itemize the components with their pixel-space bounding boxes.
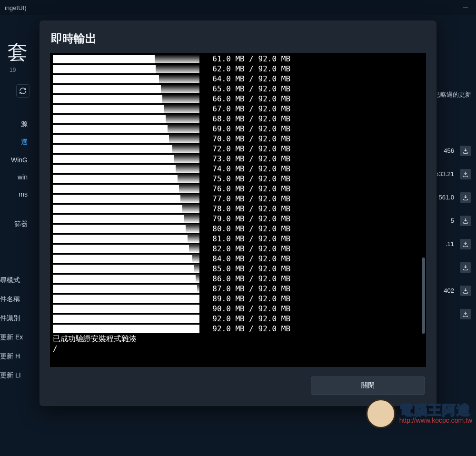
filters-header: 篩器 — [0, 215, 29, 233]
progress-line: 78.0 MB / 92.0 MB — [53, 204, 423, 214]
ignored-updates-label[interactable]: 已略過的更新 — [434, 90, 471, 99]
progress-line: 81.0 MB / 92.0 MB — [53, 234, 423, 244]
filter-label: 件識別 — [0, 314, 33, 323]
progress-line: 72.0 MB / 92.0 MB — [53, 144, 423, 154]
page-subtitle: 19 — [10, 67, 16, 73]
progress-line: 64.0 MB / 92.0 MB — [53, 74, 423, 84]
window-controls — [460, 3, 471, 12]
progress-line: 79.0 MB / 92.0 MB — [53, 214, 423, 224]
package-version: 456 — [444, 147, 454, 154]
progress-line: 89.0 MB / 92.0 MB — [53, 294, 423, 304]
dialog-title: 即時輸出 — [40, 31, 436, 53]
window-titlebar: ingetUI) — [0, 0, 476, 15]
progress-line: 62.0 MB / 92.0 MB — [53, 64, 423, 74]
sources-header: 源 — [0, 115, 29, 133]
filter-label: 更新 LI — [0, 371, 33, 380]
progress-line: 76.0 MB / 92.0 MB — [53, 184, 423, 194]
download-icon[interactable] — [460, 192, 471, 203]
page-title: 套 — [8, 39, 28, 66]
package-version: 561.0 — [438, 194, 454, 201]
filter-label: 更新 Ex — [0, 333, 33, 342]
package-version: .11 — [446, 240, 454, 248]
terminal-output[interactable]: 61.0 MB / 92.0 MB 62.0 MB / 92.0 MB 64.0… — [50, 53, 426, 367]
progress-line: 67.0 MB / 92.0 MB — [53, 104, 423, 114]
source-item[interactable]: win — [0, 169, 29, 186]
download-icon[interactable] — [460, 169, 471, 179]
progress-line: 70.0 MB / 92.0 MB — [53, 134, 423, 144]
progress-line: 87.0 MB / 92.0 MB — [53, 284, 423, 294]
progress-line: 80.0 MB / 92.0 MB — [53, 224, 423, 234]
progress-line: 92.0 MB / 92.0 MB — [53, 324, 423, 334]
download-icon[interactable] — [460, 146, 471, 156]
progress-line: 92.0 MB / 92.0 MB — [53, 314, 423, 324]
source-item[interactable]: 選 — [0, 133, 29, 151]
modal-overlay: 即時輸出 61.0 MB / 92.0 MB 62.0 MB / 92.0 MB… — [0, 15, 476, 456]
download-icon[interactable] — [460, 286, 471, 296]
download-icon[interactable] — [460, 216, 471, 226]
progress-line: 73.0 MB / 92.0 MB — [53, 154, 423, 164]
progress-line: 82.0 MB / 92.0 MB — [53, 244, 423, 254]
live-output-dialog: 即時輸出 61.0 MB / 92.0 MB 62.0 MB / 92.0 MB… — [39, 20, 437, 406]
progress-line: 66.0 MB / 92.0 MB — [53, 94, 423, 104]
progress-line: 75.0 MB / 92.0 MB — [53, 174, 423, 184]
source-item[interactable]: ms — [0, 186, 29, 203]
filter-label: 更新 H — [0, 352, 33, 361]
filter-label: 件名稱 — [0, 295, 33, 304]
download-icon[interactable] — [460, 262, 471, 273]
filter-label: 尋模式 — [0, 276, 33, 285]
download-icon[interactable] — [460, 309, 471, 319]
close-button-label: 關閉 — [361, 381, 375, 390]
package-version: 5 — [451, 217, 454, 224]
package-version: 402 — [444, 287, 454, 294]
progress-line: 85.0 MB / 92.0 MB — [53, 264, 423, 274]
filter-labels: 尋模式件名稱件識別更新 Ex更新 H更新 LI — [0, 276, 33, 380]
progress-line: 68.0 MB / 92.0 MB — [53, 114, 423, 124]
download-icon[interactable] — [460, 239, 471, 249]
progress-line: 74.0 MB / 92.0 MB — [53, 164, 423, 174]
verify-message: 已成功驗證安裝程式雜湊 — [53, 334, 423, 344]
progress-line: 69.0 MB / 92.0 MB — [53, 124, 423, 134]
source-item[interactable]: WinG — [0, 151, 29, 169]
progress-line: 61.0 MB / 92.0 MB — [53, 54, 423, 64]
close-button[interactable]: 關閉 — [311, 377, 425, 395]
progress-line: 77.0 MB / 92.0 MB — [53, 194, 423, 204]
spinner-char: / — [53, 344, 423, 354]
progress-line: 65.0 MB / 92.0 MB — [53, 84, 423, 94]
progress-line: 84.0 MB / 92.0 MB — [53, 254, 423, 264]
terminal-scrollbar[interactable] — [422, 258, 425, 334]
window-title: ingetUI) — [5, 4, 27, 11]
minimize-button[interactable] — [460, 3, 471, 12]
progress-line: 90.0 MB / 92.0 MB — [53, 304, 423, 314]
refresh-button[interactable] — [16, 84, 30, 98]
progress-line: 86.0 MB / 92.0 MB — [53, 274, 423, 284]
